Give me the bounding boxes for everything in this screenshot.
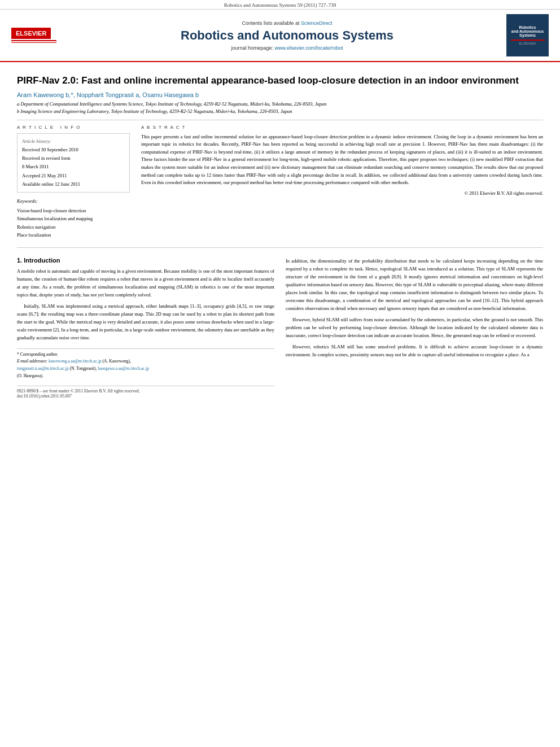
footnote-area: * Corresponding author. E-mail addresses… — [17, 348, 274, 380]
divider-1 — [17, 120, 543, 120]
journal-title: Robotics and Autonomous Systems — [68, 28, 506, 43]
available-online: Available online 12 June 2011 — [22, 180, 125, 189]
email-line-3: (O. Hasegawa). — [17, 373, 274, 380]
elsevier-logo: ELSEVIER — [11, 28, 56, 43]
article-info-label: A R T I C L E I N F O — [17, 125, 130, 130]
body-right: In addition, the dimensionality of the p… — [286, 257, 543, 399]
keyword-4: Place localization — [17, 231, 130, 239]
logo-subtext — [11, 40, 56, 43]
homepage-url[interactable]: www.elsevier.com/locate/robot — [275, 45, 343, 51]
accepted-date: Accepted 21 May 2011 — [22, 172, 125, 180]
body-left: 1. Introduction A mobile robot is automa… — [17, 257, 274, 399]
section1-right-body: In addition, the dimensionality of the p… — [286, 257, 543, 359]
para-1: A mobile robot is automatic and capable … — [17, 267, 274, 299]
abstract-label: A B S T R A C T — [141, 125, 543, 130]
article-info-box: Article history: Received 30 September 2… — [17, 133, 130, 193]
email-tongprasit[interactable]: tongprasit.n.aa@m.titech.ac.jp — [17, 366, 69, 371]
right-para-3: However, robotics SLAM still has some un… — [286, 343, 543, 359]
section1-body: A mobile robot is automatic and capable … — [17, 267, 274, 342]
keyword-3: Robotics navigation — [17, 223, 130, 231]
footer-license: 0921-8890/$ – see front matter © 2011 El… — [17, 388, 274, 394]
affiliations: a Department of Computational Intelligen… — [17, 101, 543, 115]
para-2: Initially, SLAM was implemented using a … — [17, 302, 274, 342]
right-para-2: However, hybrid SLAM still suffers from … — [286, 316, 543, 339]
email-hasegawa[interactable]: hasegawa.o.aa@m.titech.ac.jp — [98, 366, 149, 371]
keyword-2: Simultaneous localization and mapping — [17, 215, 130, 222]
copyright: © 2011 Elsevier B.V. All rights reserved… — [141, 190, 543, 196]
sciencedirect-link: Contents lists available at ScienceDirec… — [68, 20, 506, 26]
right-para-1: In addition, the dimensionality of the p… — [286, 257, 543, 312]
citation-text: Robotics and Autonomous Systems 59 (2011… — [224, 2, 336, 8]
keyword-1: Vision-based loop-closure detection — [17, 207, 130, 215]
body-content: 1. Introduction A mobile robot is automa… — [17, 257, 543, 399]
revised-date: 8 March 2011 — [22, 163, 125, 171]
footer-text: 0921-8890/$ – see front matter © 2011 El… — [17, 386, 274, 399]
affiliation-a: a Department of Computational Intelligen… — [17, 101, 543, 108]
keywords-box: Keywords: Vision-based loop-closure dete… — [17, 197, 130, 239]
divider-2 — [17, 247, 543, 248]
abstract-text: This paper presents a fast and online in… — [141, 133, 543, 187]
corresponding-author: * Corresponding author. — [17, 351, 274, 359]
received-date: Received 30 September 2010 — [22, 146, 125, 154]
received-revised-label: Received in revised form — [22, 154, 125, 163]
elsevier-logo-box: ELSEVIER — [11, 28, 51, 39]
content-area: PIRF-Nav 2.0: Fast and online incrementa… — [0, 62, 560, 404]
article-info-abstract: A R T I C L E I N F O Article history: R… — [17, 125, 543, 239]
abstract-section: A B S T R A C T This paper presents a fa… — [141, 125, 543, 239]
history-label: Article history: — [22, 137, 125, 146]
keywords-label: Keywords: — [17, 197, 130, 205]
article-title: PIRF-Nav 2.0: Fast and online incrementa… — [17, 75, 543, 87]
homepage-line: journal homepage: www.elsevier.com/locat… — [68, 45, 506, 51]
email-line-1: E-mail addresses: kawewong.a.aa@m.titech… — [17, 358, 274, 365]
journal-header: ELSEVIER Contents lists available at Sci… — [0, 10, 560, 62]
journal-thumbnail: Roboticsand AutonomousSystems ELSEVIER — [506, 14, 549, 56]
sciencedirect-label[interactable]: ScienceDirect — [301, 20, 333, 26]
authors: Aram Kawewong b,*, Noppharit Tongprasit … — [17, 91, 543, 98]
header-center: Contents lists available at ScienceDirec… — [68, 20, 506, 51]
citation-bar: Robotics and Autonomous Systems 59 (2011… — [0, 0, 560, 10]
footer-doi: doi:10.1016/j.robot.2011.05.007 — [17, 394, 274, 399]
left-sidebar: A R T I C L E I N F O Article history: R… — [17, 125, 130, 239]
affiliation-b: b Imaging Science and Engineering Labora… — [17, 108, 543, 115]
email-kawewong[interactable]: kawewong.a.aa@m.titech.ac.jp — [49, 359, 102, 364]
email-line-2: tongprasit.n.aa@m.titech.ac.jp (N. Tongp… — [17, 365, 274, 373]
section1-title: 1. Introduction — [17, 257, 274, 264]
